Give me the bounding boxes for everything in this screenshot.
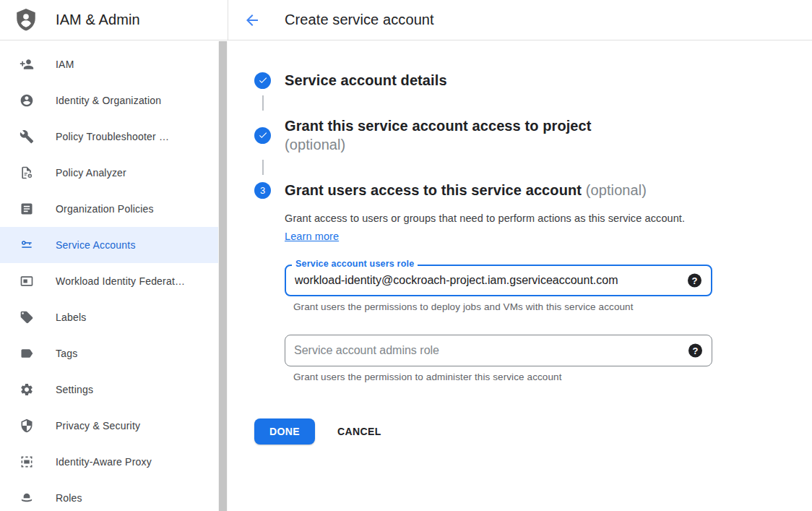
sidebar-item-label: Organization Policies [56, 203, 154, 215]
tag-icon [20, 310, 34, 325]
step-3-header: 3 Grant users access to this service acc… [254, 181, 812, 199]
page-title: Create service account [285, 12, 434, 28]
sidebar-item-policy-analyzer[interactable]: Policy Analyzer [0, 155, 219, 191]
service-account-key-icon [20, 238, 34, 252]
step-2-header[interactable]: Grant this service account access to pro… [254, 116, 812, 154]
sidebar-item-workload-identity-federation[interactable]: Workload Identity Federat… [0, 263, 219, 299]
step-1-title: Service account details [285, 71, 447, 90]
sidebar: IAM & Admin IAM Identity & Organization … [0, 0, 228, 511]
cancel-button[interactable]: CANCEL [337, 426, 381, 437]
service-account-users-role-field: Service account users role ? [285, 265, 712, 296]
admins-role-helper-text: Grant users the permission to administer… [293, 372, 812, 382]
step-3-title: Grant users access to this service accou… [285, 181, 647, 199]
sidebar-item-label: Policy Troubleshooter … [56, 131, 169, 142]
sidebar-item-label: Tags [56, 348, 77, 359]
step-3-description: Grant access to users or groups that nee… [285, 210, 689, 246]
sidebar-item-settings[interactable]: Settings [0, 372, 219, 408]
sidebar-item-label: Privacy & Security [56, 420, 140, 431]
users-role-input[interactable] [286, 266, 675, 295]
sidebar-nav: IAM Identity & Organization Policy Troub… [0, 40, 228, 511]
proxy-frame-icon [20, 455, 34, 469]
step-2-optional-label: (optional) [285, 135, 592, 154]
sidebar-item-iam[interactable]: IAM [0, 46, 219, 82]
step-3-optional-label: (optional) [586, 182, 647, 198]
step-connector-line [262, 160, 264, 175]
sidebar-item-label: IAM [56, 59, 74, 70]
doc-gear-icon [20, 166, 34, 180]
sidebar-item-service-accounts[interactable]: Service Accounts [0, 227, 219, 263]
sidebar-item-label: Settings [56, 384, 93, 395]
step-3-title-text: Grant users access to this service accou… [285, 182, 582, 198]
label-arrow-icon [20, 346, 34, 361]
sidebar-item-labels[interactable]: Labels [0, 299, 219, 335]
page-header: Create service account [228, 0, 812, 40]
sidebar-item-label: Policy Analyzer [56, 167, 126, 179]
learn-more-link[interactable]: Learn more [285, 231, 339, 242]
person-add-icon [20, 57, 34, 72]
sidebar-scrollbar-track[interactable] [218, 41, 228, 511]
sidebar-item-tags[interactable]: Tags [0, 335, 219, 372]
sidebar-item-identity-organization[interactable]: Identity & Organization [0, 82, 219, 119]
sidebar-item-label: Labels [56, 312, 86, 323]
hat-icon [20, 491, 34, 505]
sidebar-item-identity-aware-proxy[interactable]: Identity-Aware Proxy [0, 444, 219, 480]
help-icon[interactable]: ? [688, 274, 701, 288]
step-1-header[interactable]: Service account details [254, 71, 812, 90]
product-title: IAM & Admin [56, 12, 140, 28]
sidebar-item-roles[interactable]: Roles [0, 480, 219, 511]
badge-card-icon [20, 274, 34, 288]
sidebar-item-label: Roles [56, 492, 82, 504]
sidebar-item-label: Service Accounts [56, 239, 136, 251]
sidebar-item-label: Identity & Organization [56, 95, 161, 106]
step-2-completed-check-icon [254, 127, 271, 144]
back-button[interactable] [243, 12, 261, 29]
done-button[interactable]: DONE [254, 418, 315, 445]
arrow-back-icon [243, 12, 261, 29]
sidebar-header: IAM & Admin [0, 0, 228, 40]
step-connector-line [262, 95, 264, 111]
account-circle-icon [20, 93, 34, 108]
service-account-admins-role-field: ? [285, 335, 712, 366]
sidebar-item-organization-policies[interactable]: Organization Policies [0, 191, 219, 227]
wizard-actions: DONE CANCEL [254, 418, 812, 445]
step-2-title: Grant this service account access to pro… [285, 116, 592, 135]
users-role-helper-text: Grant users the permissions to deploy jo… [293, 301, 812, 312]
sidebar-item-policy-troubleshooter[interactable]: Policy Troubleshooter … [0, 119, 219, 155]
admins-role-input[interactable] [285, 335, 675, 366]
wrench-icon [20, 129, 34, 144]
main-panel: Create service account Service account d… [228, 0, 812, 511]
wizard-content: Service account details Grant this servi… [228, 40, 812, 445]
step-1-completed-check-icon [254, 72, 271, 89]
iam-admin-shield-icon [12, 7, 40, 33]
sidebar-item-label: Workload Identity Federat… [56, 275, 185, 287]
gear-icon [20, 382, 34, 397]
step-3-body: Grant access to users or groups that nee… [285, 210, 812, 382]
article-icon [20, 202, 34, 216]
sidebar-item-privacy-security[interactable]: Privacy & Security [0, 408, 219, 444]
shield-icon [20, 418, 34, 433]
step-3-number-badge: 3 [254, 182, 271, 199]
sidebar-scrollbar-thumb[interactable] [219, 41, 227, 511]
sidebar-item-label: Identity-Aware Proxy [56, 456, 152, 468]
help-icon[interactable]: ? [688, 344, 702, 358]
